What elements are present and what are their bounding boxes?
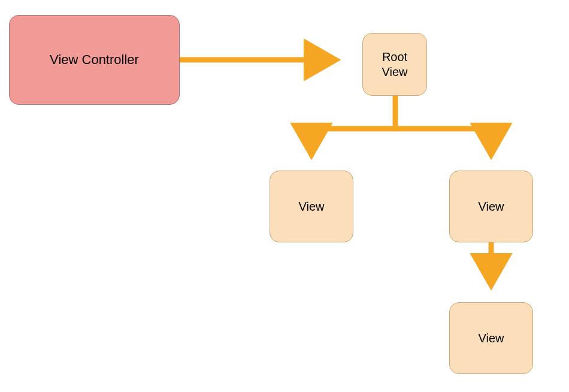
node-root-view: Root View <box>362 33 427 96</box>
node-label: Root View <box>382 50 408 80</box>
node-view-right: View <box>449 171 533 242</box>
node-label: View Controller <box>50 51 139 68</box>
node-view-bottom: View <box>449 302 533 374</box>
node-view-left: View <box>270 171 353 242</box>
node-label: View <box>479 199 504 214</box>
node-label: View <box>299 199 325 214</box>
node-view-controller: View Controller <box>9 15 180 105</box>
node-label: View <box>479 331 504 346</box>
